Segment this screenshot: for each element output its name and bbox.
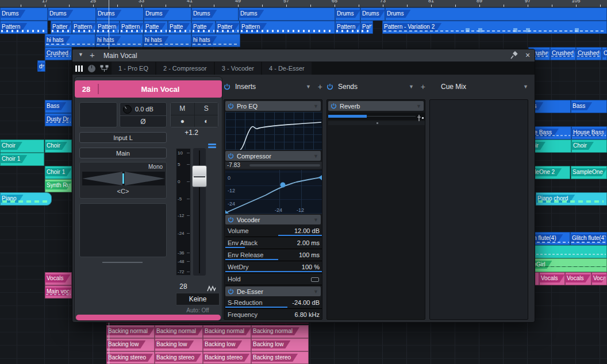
param-bar[interactable] [225, 247, 245, 248]
inserts-dropdown-icon[interactable]: ▼ [306, 84, 311, 90]
clip[interactable]: Drums [360, 7, 385, 21]
send-level-slider[interactable] [328, 113, 425, 120]
clip[interactable]: Pattern [240, 21, 335, 34]
clip[interactable]: Drums [239, 7, 335, 21]
param-volume[interactable]: Volume 12.00 dB [225, 226, 322, 237]
clip[interactable]: Piano chord [536, 192, 607, 206]
param-s-reduction[interactable]: S-Reduction -24.00 dB [225, 297, 322, 309]
pin-icon[interactable] [509, 51, 518, 60]
send-reverb[interactable]: Reverb ▼ [328, 101, 424, 111]
volume-fader[interactable] [193, 148, 206, 276]
window-titlebar[interactable]: ▼ + Main Vocal × [72, 49, 535, 62]
clip[interactable]: Backing low [203, 338, 251, 351]
tab-vocoder[interactable]: 3 - Vocoder [215, 62, 261, 75]
power-icon[interactable] [228, 153, 234, 159]
power-icon[interactable] [228, 288, 234, 295]
close-icon[interactable]: × [525, 51, 530, 60]
record-arm-button[interactable]: ● [171, 115, 194, 127]
clip[interactable]: Backing stereo [106, 351, 155, 364]
chevron-down-icon[interactable]: ▼ [313, 217, 318, 223]
add-tab-icon[interactable]: + [90, 50, 95, 60]
param-env-release[interactable]: Env Release 100 ms [225, 250, 322, 261]
phase-invert-button[interactable]: Ø [120, 115, 166, 127]
clip[interactable]: hi hats [143, 34, 191, 47]
timeline-ruler[interactable]: 1725334149576573818997105 [0, 0, 607, 7]
clip[interactable]: Vocals [45, 272, 72, 285]
clip[interactable]: SampleOne [571, 166, 607, 179]
sends-dropdown-icon[interactable]: ▼ [409, 84, 414, 90]
clip[interactable]: Choir [0, 140, 44, 153]
gain-knob[interactable] [123, 105, 132, 114]
clip[interactable]: meGirl [527, 258, 607, 272]
clip[interactable]: Synth Ru [45, 179, 72, 192]
clip[interactable]: Pattern [335, 21, 360, 34]
send-pan-slider[interactable] [328, 121, 425, 125]
clip[interactable]: Backing low [155, 338, 203, 351]
tab-compressor[interactable]: 2 - Compressor [156, 62, 214, 75]
clip[interactable]: hi hats [45, 34, 95, 47]
automation-mode[interactable]: Auto: Off [176, 307, 220, 313]
fader-value[interactable]: +1.2 [171, 129, 212, 137]
clip[interactable]: Patter [360, 21, 373, 34]
inserts-add-icon[interactable]: + [318, 82, 322, 91]
channel-header[interactable]: 28 Main Vocal [75, 80, 222, 98]
param-bar[interactable] [225, 271, 322, 272]
power-icon[interactable] [331, 103, 337, 109]
cue-mix-dropdown-icon[interactable]: ▼ [523, 84, 528, 90]
clip[interactable]: Backing low [106, 338, 155, 351]
clip[interactable]: Patter [51, 21, 72, 34]
clip[interactable]: Drums [144, 7, 191, 21]
insert-de-esser[interactable]: De-Esser ▼ [225, 286, 321, 296]
clip[interactable]: Pattern [96, 21, 120, 34]
clip[interactable]: Bass [45, 100, 72, 113]
clip[interactable]: Choir [571, 140, 607, 153]
clip[interactable]: Backing normal [251, 325, 309, 338]
clip[interactable]: Glitch flute(4) [570, 232, 607, 245]
compressor-curve-display[interactable]: 0 -12 -24 -24 -12 [225, 170, 322, 214]
routing-view-icon[interactable] [98, 62, 110, 75]
clip[interactable]: Choir [45, 140, 72, 153]
mute-button[interactable]: M [171, 103, 194, 115]
tab-de-esser[interactable]: 4 - De-Esser [262, 62, 312, 75]
clip[interactable]: Patte [168, 21, 191, 34]
solo-button[interactable]: S [195, 103, 218, 115]
clip[interactable]: Patte [191, 21, 216, 34]
sends-power-icon[interactable] [326, 83, 333, 90]
pan-mode-label[interactable]: Mono [148, 164, 163, 170]
clip[interactable]: Main voc [45, 285, 72, 299]
knob-view-icon[interactable] [85, 62, 98, 75]
clip[interactable]: Backing normal [203, 325, 251, 338]
input-select-button[interactable]: Input L [79, 132, 167, 143]
clip[interactable]: Patter [216, 21, 240, 34]
clip[interactable]: Pattern [0, 21, 48, 34]
clip[interactable]: ds [37, 60, 45, 72]
param-bar[interactable] [225, 307, 287, 308]
clip[interactable]: Bass [571, 100, 607, 113]
clip[interactable]: Drums [48, 7, 96, 21]
clip[interactable]: Piano [0, 192, 52, 206]
clip[interactable]: Backing normal [106, 325, 155, 338]
tab-pro-eq[interactable]: 1 - Pro EQ [112, 62, 155, 75]
fader-cap[interactable] [192, 165, 207, 187]
gain-value[interactable]: 0.0 dB [135, 106, 153, 113]
send-fader-icon[interactable] [417, 113, 424, 119]
insert-pro-eq[interactable]: Pro EQ ▼ [225, 101, 321, 111]
automation-selector[interactable]: Keine [176, 293, 220, 305]
clip[interactable]: Pattern [120, 21, 144, 34]
param-env-attack[interactable]: Env Attack 2.00 ms [225, 238, 322, 249]
pan-position-marker[interactable] [122, 173, 124, 184]
notes-box[interactable] [79, 203, 167, 257]
insert-vocoder[interactable]: Vocoder ▼ [225, 215, 321, 224]
clip[interactable]: Crushed [45, 47, 72, 60]
clip[interactable]: Crushed [576, 47, 602, 60]
collapse-icon[interactable]: ▼ [78, 52, 83, 57]
clip[interactable] [523, 245, 607, 258]
chevron-down-icon[interactable]: ▼ [313, 289, 318, 295]
eq-curve-display[interactable] [225, 112, 322, 150]
chevron-down-icon[interactable]: ▼ [313, 153, 318, 159]
clip[interactable]: Crushed [550, 47, 576, 60]
clip[interactable]: Drums [191, 7, 239, 21]
clip[interactable]: Crushed [602, 47, 607, 60]
monitor-button[interactable]: ◐ [195, 115, 218, 127]
clip[interactable]: Vocals [565, 272, 591, 285]
